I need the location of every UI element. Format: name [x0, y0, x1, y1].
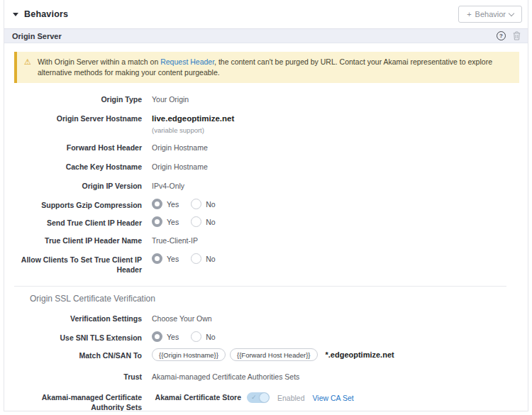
ca-sets-label: Akamai-managed Certificate Authority Set…	[9, 392, 142, 411]
field-allow-clients-set-tcip: Allow Clients To Set True Client IP Head…	[9, 255, 518, 275]
supports-gzip-radio-yes[interactable]: Yes	[152, 199, 179, 209]
radio-yes-label: Yes	[167, 255, 179, 263]
field-origin-ip-version: Origin IP Version IPv4-Only	[9, 181, 518, 191]
origin-server-bar: Origin Server ?	[4, 28, 528, 43]
radio-unselected-icon	[191, 253, 201, 264]
warning-text: With Origin Server within a match on Req…	[38, 57, 509, 78]
send-true-client-ip-radio-yes[interactable]: Yes	[152, 216, 179, 227]
ca-sets-rows: Akamai Certificate Store ✓ Enabled View …	[152, 392, 518, 411]
radio-yes-label: Yes	[167, 200, 179, 209]
origin-type-label: Origin Type	[9, 94, 142, 104]
akamai-cert-store-controls: ✓ Enabled View CA Set	[247, 392, 518, 403]
match-cn-san-label: Match CN/SAN To	[9, 350, 142, 360]
true-client-ip-name-value: True-Client-IP	[152, 236, 518, 245]
origin-ip-version-value: IPv4-Only	[152, 181, 518, 191]
origin-bar-icons: ?	[497, 31, 521, 40]
forward-host-header-value: Origin Hostname	[152, 143, 518, 153]
trust-value: Akamai-managed Certificate Authorities S…	[152, 372, 518, 382]
field-supports-gzip: Supports Gzip Compression Yes No	[9, 200, 518, 210]
origin-hostname-label: Origin Server Hostname	[9, 114, 142, 123]
akamai-cert-store-label: Akamai Certificate Store	[152, 393, 241, 402]
send-true-client-ip-radio-no[interactable]: No	[191, 216, 215, 227]
allow-clients-set-tcip-radio-yes[interactable]: Yes	[152, 253, 179, 264]
add-behavior-button[interactable]: + Behavior	[458, 6, 522, 23]
chip-forward-host-header: {{Forward Host Header}}	[230, 348, 318, 361]
send-true-client-ip-label: Send True Client IP Header	[9, 218, 142, 228]
match-cn-san-extra-value: *.edgeoptimize.net	[326, 350, 394, 359]
toggle-knob	[260, 393, 269, 402]
warning-banner: ⚠ With Origin Server within a match on R…	[14, 52, 519, 83]
radio-no-label: No	[206, 255, 215, 263]
supports-gzip-label: Supports Gzip Compression	[9, 200, 142, 210]
chevron-down-icon	[509, 10, 514, 16]
forward-host-header-label: Forward Host Header	[9, 143, 142, 153]
verification-settings-value: Choose Your Own	[152, 314, 518, 323]
behaviors-title: Behaviors	[24, 9, 68, 19]
use-sni-radio-yes[interactable]: Yes	[152, 331, 179, 342]
ssl-section-title: Origin SSL Certificate Verification	[30, 294, 518, 304]
origin-server-title: Origin Server	[12, 32, 62, 40]
cache-key-hostname-value: Origin Hostname	[152, 162, 518, 172]
field-ca-sets: Akamai-managed Certificate Authority Set…	[9, 392, 518, 411]
field-use-sni: Use SNI TLS Extension Yes No	[9, 333, 518, 343]
section-divider	[14, 286, 506, 287]
allow-clients-set-tcip-radio-no[interactable]: No	[191, 253, 215, 264]
verification-settings-label: Verification Settings	[9, 314, 142, 323]
trash-icon[interactable]	[513, 31, 521, 40]
supports-gzip-radio-no[interactable]: No	[191, 199, 215, 209]
radio-selected-icon	[152, 331, 162, 342]
field-forward-host-header: Forward Host Header Origin Hostname	[9, 143, 518, 153]
allow-clients-set-tcip-label: Allow Clients To Set True Client IP Head…	[9, 255, 142, 275]
field-trust: Trust Akamai-managed Certificate Authori…	[9, 372, 518, 382]
true-client-ip-name-label: True Client IP Header Name	[9, 236, 142, 245]
add-behavior-label: Behavior	[475, 10, 506, 18]
radio-selected-icon	[152, 199, 162, 209]
warning-text-before: With Origin Server within a match on	[38, 57, 160, 66]
help-icon[interactable]: ?	[497, 31, 506, 40]
radio-yes-label: Yes	[167, 333, 179, 341]
radio-selected-icon	[152, 253, 162, 264]
chip-origin-hostname: {{Origin Hostname}}	[152, 348, 226, 361]
behaviors-header: Behaviors + Behavior	[4, 0, 528, 28]
akamai-cert-store-view-ca-set-link[interactable]: View CA Set	[313, 394, 354, 402]
field-origin-type: Origin Type Your Origin	[9, 94, 518, 104]
radio-selected-icon	[152, 216, 162, 227]
use-sni-radio-no[interactable]: No	[191, 331, 215, 342]
collapse-caret-icon[interactable]	[13, 13, 18, 16]
radio-no-label: No	[206, 218, 215, 226]
use-sni-radio-group: Yes No	[152, 331, 518, 342]
radio-unselected-icon	[191, 199, 201, 209]
field-origin-hostname: Origin Server Hostname live.edgeoptimize…	[9, 114, 518, 134]
page: Behaviors + Behavior Origin Server ?	[0, 0, 532, 415]
send-true-client-ip-radio-group: Yes No	[152, 216, 518, 227]
supports-gzip-radio-group: Yes No	[152, 199, 518, 209]
radio-unselected-icon	[191, 216, 201, 227]
origin-ip-version-label: Origin IP Version	[9, 181, 142, 191]
origin-hostname-value: live.edgeoptimize.net	[152, 114, 518, 124]
trust-label: Trust	[9, 372, 142, 382]
field-cache-key-hostname: Cache Key Hostname Origin Hostname	[9, 162, 518, 172]
radio-no-label: No	[206, 200, 215, 209]
request-header-link[interactable]: Request Header	[160, 57, 214, 66]
allow-clients-set-tcip-radio-group: Yes No	[152, 253, 518, 264]
behaviors-panel: Behaviors + Behavior Origin Server ?	[4, 0, 528, 411]
akamai-cert-store-toggle[interactable]: ✓	[247, 392, 270, 403]
field-verification-settings: Verification Settings Choose Your Own	[9, 314, 518, 323]
field-send-true-client-ip: Send True Client IP Header Yes No	[9, 218, 518, 228]
field-true-client-ip-name: True Client IP Header Name True-Client-I…	[9, 236, 518, 245]
akamai-cert-store-state: Enabled	[277, 394, 305, 402]
use-sni-label: Use SNI TLS Extension	[9, 333, 142, 343]
ca-row-akamai-store: Akamai Certificate Store ✓ Enabled View …	[152, 392, 518, 403]
match-cn-san-values: {{Origin Hostname}} {{Forward Host Heade…	[152, 348, 518, 361]
cache-key-hostname-label: Cache Key Hostname	[9, 162, 142, 172]
field-match-cn-san: Match CN/SAN To {{Origin Hostname}} {{Fo…	[9, 350, 518, 361]
check-icon: ✓	[251, 392, 257, 403]
variable-support-note: (variable support)	[152, 126, 518, 134]
warning-icon: ⚠	[24, 57, 31, 78]
origin-type-value: Your Origin	[152, 94, 518, 104]
radio-unselected-icon	[191, 331, 201, 342]
origin-server-form: Origin Type Your Origin Origin Server Ho…	[4, 83, 528, 411]
radio-yes-label: Yes	[167, 218, 179, 226]
plus-icon: +	[467, 10, 471, 18]
radio-no-label: No	[206, 333, 215, 341]
